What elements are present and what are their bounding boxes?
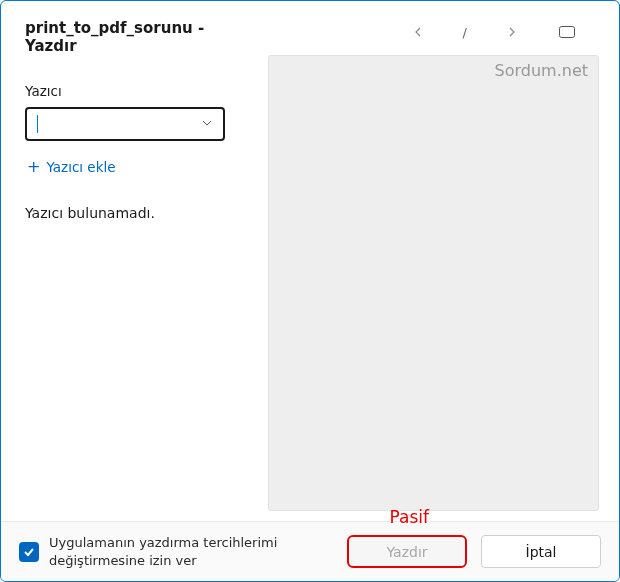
page-navigator: / [268,19,599,45]
add-printer-label: Yazıcı ekle [46,159,115,175]
text-cursor [37,115,38,133]
cancel-button[interactable]: İptal [481,535,601,568]
print-preview-area: Sordum.net [268,55,599,511]
page-separator: / [463,25,467,40]
printer-label: Yazıcı [25,83,260,99]
annotation-label: Pasif [390,507,429,527]
prev-page-button[interactable] [409,23,427,42]
fullscreen-icon[interactable] [557,24,577,40]
cancel-button-label: İptal [526,544,557,560]
add-printer-link[interactable]: + Yazıcı ekle [25,155,260,179]
dialog-content: print_to_pdf_sorunu - Yazdır Yazıcı + Ya… [1,1,619,521]
preview-pane: / Sordum.net [260,19,599,521]
allow-app-preferences-checkbox[interactable] [19,542,39,562]
watermark-text: Sordum.net [495,61,588,80]
print-button-label: Yazdır [386,544,427,560]
printer-status-message: Yazıcı bulunamadı. [25,205,260,221]
window-title: print_to_pdf_sorunu - Yazdır [25,19,260,55]
printer-combobox[interactable] [25,107,225,141]
dialog-footer: Uygulamanın yazdırma tercihlerimi değişt… [1,521,619,581]
allow-app-preferences-row: Uygulamanın yazdırma tercihlerimi değişt… [19,534,333,569]
allow-app-preferences-label: Uygulamanın yazdırma tercihlerimi değişt… [49,534,319,569]
print-dialog: print_to_pdf_sorunu - Yazdır Yazıcı + Ya… [0,0,620,582]
print-button[interactable]: Yazdır [347,535,467,568]
svg-rect-0 [560,27,575,38]
chevron-down-icon [201,116,213,132]
next-page-button[interactable] [503,23,521,42]
settings-pane: print_to_pdf_sorunu - Yazdır Yazıcı + Ya… [25,19,260,521]
plus-icon: + [27,159,40,175]
